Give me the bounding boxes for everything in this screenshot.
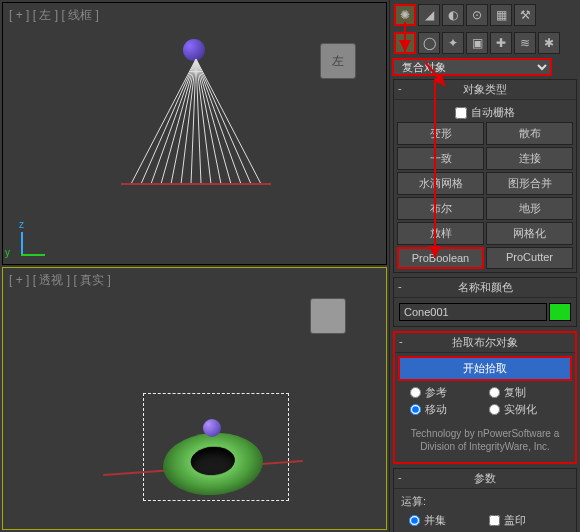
geometry-type-dropdown[interactable]: 复合对象 <box>392 58 552 76</box>
create-tab-icon[interactable]: ✺ <box>394 4 416 26</box>
display-tab-icon[interactable]: ▦ <box>490 4 512 26</box>
move-radio[interactable] <box>410 404 421 415</box>
mesher-button[interactable]: 网格化 <box>486 222 573 245</box>
motion-tab-icon[interactable]: ⊙ <box>466 4 488 26</box>
helpers-icon[interactable]: ✚ <box>490 32 512 54</box>
operation-label: 运算: <box>397 492 573 511</box>
command-panel-tabs: ✺ ◢ ◐ ⊙ ▦ ⚒ <box>392 2 578 28</box>
hierarchy-tab-icon[interactable]: ◐ <box>442 4 464 26</box>
parameters-rollout: -参数 运算: 并集 盖印 <box>393 468 577 532</box>
tech-note: Technology by nPowerSoftware a Division … <box>398 421 572 459</box>
autogrid-checkbox[interactable] <box>455 107 467 119</box>
loft-button[interactable]: 放样 <box>397 222 484 245</box>
procutter-button[interactable]: ProCutter <box>486 247 573 269</box>
reference-radio[interactable] <box>410 387 421 398</box>
modify-tab-icon[interactable]: ◢ <box>418 4 440 26</box>
svg-line-2 <box>151 59 196 184</box>
morph-button[interactable]: 变形 <box>397 122 484 145</box>
svg-line-10 <box>196 59 231 184</box>
geometry-icon[interactable]: ● <box>394 32 416 54</box>
svg-line-12 <box>196 59 251 184</box>
copy-radio[interactable] <box>489 387 500 398</box>
scene-cone-wire <box>121 59 271 189</box>
viewcube[interactable]: 左 <box>320 43 356 79</box>
boolean-button[interactable]: 布尔 <box>397 197 484 220</box>
instance-radio[interactable] <box>489 404 500 415</box>
viewport-label: [ + ] [ 左 ] [ 线框 ] <box>9 7 99 24</box>
lights-icon[interactable]: ✦ <box>442 32 464 54</box>
scatter-button[interactable]: 散布 <box>486 122 573 145</box>
svg-line-13 <box>196 59 261 184</box>
command-panel: ✺ ◢ ◐ ⊙ ▦ ⚒ ● ◯ ✦ ▣ ✚ ≋ ✱ 复合对象 -对象类型 自动栅… <box>389 0 580 532</box>
shapemerge-button[interactable]: 图形合并 <box>486 172 573 195</box>
conform-button[interactable]: 一致 <box>397 147 484 170</box>
spacewarps-icon[interactable]: ≋ <box>514 32 536 54</box>
viewport-perspective[interactable]: [ + ] [ 透视 ] [ 真实 ] <box>2 267 387 530</box>
viewport-label: [ + ] [ 透视 ] [ 真实 ] <box>9 272 111 289</box>
union-radio[interactable] <box>409 515 420 526</box>
object-name-input[interactable] <box>399 303 547 321</box>
start-pick-button[interactable]: 开始拾取 <box>398 356 572 381</box>
rollout-title: 参数 <box>474 472 496 484</box>
name-color-rollout: -名称和颜色 <box>393 277 577 327</box>
terrain-button[interactable]: 地形 <box>486 197 573 220</box>
cameras-icon[interactable]: ▣ <box>466 32 488 54</box>
imprint-checkbox[interactable] <box>489 515 500 526</box>
scene-sphere <box>183 39 205 61</box>
scene-sphere <box>203 419 221 437</box>
svg-line-11 <box>196 59 241 184</box>
shapes-icon[interactable]: ◯ <box>418 32 440 54</box>
blobmesh-button[interactable]: 水滴网格 <box>397 172 484 195</box>
utilities-tab-icon[interactable]: ⚒ <box>514 4 536 26</box>
rollout-title: 对象类型 <box>463 83 507 95</box>
viewcube[interactable] <box>310 298 346 334</box>
pick-boolean-rollout: -拾取布尔对象 开始拾取 参考 复制 移动 实例化 Technology by … <box>393 331 577 464</box>
rollout-title: 拾取布尔对象 <box>452 336 518 348</box>
rollout-title: 名称和颜色 <box>458 281 513 293</box>
viewport-left-wireframe[interactable]: [ + ] [ 左 ] [ 线框 ] 左 z y <box>2 2 387 265</box>
svg-line-0 <box>131 59 196 184</box>
proboolean-button[interactable]: ProBoolean <box>397 247 484 269</box>
svg-line-3 <box>161 59 196 184</box>
object-color-swatch[interactable] <box>549 303 571 321</box>
connect-button[interactable]: 连接 <box>486 147 573 170</box>
object-type-rollout: -对象类型 自动栅格 变形 散布 一致 连接 水滴网格 图形合并 布尔 地形 放… <box>393 79 577 273</box>
svg-line-1 <box>141 59 196 184</box>
systems-icon[interactable]: ✱ <box>538 32 560 54</box>
create-category-row: ● ◯ ✦ ▣ ✚ ≋ ✱ <box>392 30 578 56</box>
